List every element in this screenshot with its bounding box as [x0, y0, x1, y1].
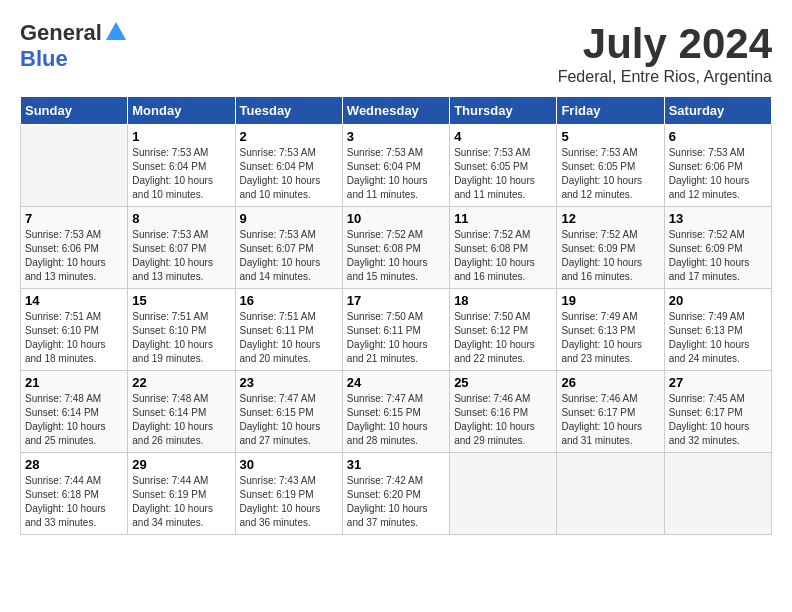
- day-cell: 17Sunrise: 7:50 AM Sunset: 6:11 PM Dayli…: [342, 289, 449, 371]
- day-info: Sunrise: 7:47 AM Sunset: 6:15 PM Dayligh…: [240, 392, 338, 448]
- logo-blue: Blue: [20, 46, 68, 72]
- day-number: 1: [132, 129, 230, 144]
- month-title: July 2024: [558, 20, 772, 68]
- day-number: 12: [561, 211, 659, 226]
- day-number: 31: [347, 457, 445, 472]
- header-cell-tuesday: Tuesday: [235, 97, 342, 125]
- day-cell: 3Sunrise: 7:53 AM Sunset: 6:04 PM Daylig…: [342, 125, 449, 207]
- day-number: 27: [669, 375, 767, 390]
- day-info: Sunrise: 7:46 AM Sunset: 6:16 PM Dayligh…: [454, 392, 552, 448]
- day-info: Sunrise: 7:51 AM Sunset: 6:10 PM Dayligh…: [132, 310, 230, 366]
- day-number: 14: [25, 293, 123, 308]
- day-info: Sunrise: 7:52 AM Sunset: 6:09 PM Dayligh…: [561, 228, 659, 284]
- day-number: 9: [240, 211, 338, 226]
- day-cell: 19Sunrise: 7:49 AM Sunset: 6:13 PM Dayli…: [557, 289, 664, 371]
- day-number: 4: [454, 129, 552, 144]
- location-title: Federal, Entre Rios, Argentina: [558, 68, 772, 86]
- day-cell: 20Sunrise: 7:49 AM Sunset: 6:13 PM Dayli…: [664, 289, 771, 371]
- day-cell: 25Sunrise: 7:46 AM Sunset: 6:16 PM Dayli…: [450, 371, 557, 453]
- day-cell: 13Sunrise: 7:52 AM Sunset: 6:09 PM Dayli…: [664, 207, 771, 289]
- day-info: Sunrise: 7:53 AM Sunset: 6:06 PM Dayligh…: [25, 228, 123, 284]
- day-number: 25: [454, 375, 552, 390]
- day-cell: 28Sunrise: 7:44 AM Sunset: 6:18 PM Dayli…: [21, 453, 128, 535]
- day-cell: 4Sunrise: 7:53 AM Sunset: 6:05 PM Daylig…: [450, 125, 557, 207]
- day-number: 11: [454, 211, 552, 226]
- day-cell: 30Sunrise: 7:43 AM Sunset: 6:19 PM Dayli…: [235, 453, 342, 535]
- day-cell: 2Sunrise: 7:53 AM Sunset: 6:04 PM Daylig…: [235, 125, 342, 207]
- day-number: 28: [25, 457, 123, 472]
- day-number: 13: [669, 211, 767, 226]
- day-number: 15: [132, 293, 230, 308]
- page-header: General Blue July 2024 Federal, Entre Ri…: [20, 20, 772, 86]
- day-number: 19: [561, 293, 659, 308]
- day-info: Sunrise: 7:52 AM Sunset: 6:08 PM Dayligh…: [454, 228, 552, 284]
- day-cell: 27Sunrise: 7:45 AM Sunset: 6:17 PM Dayli…: [664, 371, 771, 453]
- day-number: 3: [347, 129, 445, 144]
- day-number: 17: [347, 293, 445, 308]
- day-cell: 14Sunrise: 7:51 AM Sunset: 6:10 PM Dayli…: [21, 289, 128, 371]
- day-cell: 6Sunrise: 7:53 AM Sunset: 6:06 PM Daylig…: [664, 125, 771, 207]
- day-number: 22: [132, 375, 230, 390]
- day-info: Sunrise: 7:42 AM Sunset: 6:20 PM Dayligh…: [347, 474, 445, 530]
- day-info: Sunrise: 7:52 AM Sunset: 6:09 PM Dayligh…: [669, 228, 767, 284]
- day-info: Sunrise: 7:49 AM Sunset: 6:13 PM Dayligh…: [561, 310, 659, 366]
- day-cell: 12Sunrise: 7:52 AM Sunset: 6:09 PM Dayli…: [557, 207, 664, 289]
- day-info: Sunrise: 7:53 AM Sunset: 6:04 PM Dayligh…: [347, 146, 445, 202]
- day-number: 2: [240, 129, 338, 144]
- header-cell-friday: Friday: [557, 97, 664, 125]
- day-number: 29: [132, 457, 230, 472]
- day-number: 5: [561, 129, 659, 144]
- day-cell: 9Sunrise: 7:53 AM Sunset: 6:07 PM Daylig…: [235, 207, 342, 289]
- day-info: Sunrise: 7:44 AM Sunset: 6:19 PM Dayligh…: [132, 474, 230, 530]
- day-cell: 8Sunrise: 7:53 AM Sunset: 6:07 PM Daylig…: [128, 207, 235, 289]
- day-number: 10: [347, 211, 445, 226]
- day-info: Sunrise: 7:53 AM Sunset: 6:05 PM Dayligh…: [561, 146, 659, 202]
- logo-general: General: [20, 20, 102, 46]
- day-info: Sunrise: 7:51 AM Sunset: 6:11 PM Dayligh…: [240, 310, 338, 366]
- header-cell-thursday: Thursday: [450, 97, 557, 125]
- week-row-4: 21Sunrise: 7:48 AM Sunset: 6:14 PM Dayli…: [21, 371, 772, 453]
- day-number: 24: [347, 375, 445, 390]
- day-cell: 22Sunrise: 7:48 AM Sunset: 6:14 PM Dayli…: [128, 371, 235, 453]
- day-info: Sunrise: 7:47 AM Sunset: 6:15 PM Dayligh…: [347, 392, 445, 448]
- day-cell: 16Sunrise: 7:51 AM Sunset: 6:11 PM Dayli…: [235, 289, 342, 371]
- day-cell: 29Sunrise: 7:44 AM Sunset: 6:19 PM Dayli…: [128, 453, 235, 535]
- day-cell: 5Sunrise: 7:53 AM Sunset: 6:05 PM Daylig…: [557, 125, 664, 207]
- day-info: Sunrise: 7:45 AM Sunset: 6:17 PM Dayligh…: [669, 392, 767, 448]
- day-info: Sunrise: 7:50 AM Sunset: 6:12 PM Dayligh…: [454, 310, 552, 366]
- day-number: 26: [561, 375, 659, 390]
- day-info: Sunrise: 7:53 AM Sunset: 6:07 PM Dayligh…: [132, 228, 230, 284]
- day-cell: 7Sunrise: 7:53 AM Sunset: 6:06 PM Daylig…: [21, 207, 128, 289]
- day-info: Sunrise: 7:49 AM Sunset: 6:13 PM Dayligh…: [669, 310, 767, 366]
- header-row: SundayMondayTuesdayWednesdayThursdayFrid…: [21, 97, 772, 125]
- day-number: 7: [25, 211, 123, 226]
- day-number: 18: [454, 293, 552, 308]
- day-number: 30: [240, 457, 338, 472]
- day-number: 20: [669, 293, 767, 308]
- day-cell: 31Sunrise: 7:42 AM Sunset: 6:20 PM Dayli…: [342, 453, 449, 535]
- day-number: 21: [25, 375, 123, 390]
- logo: General Blue: [20, 20, 126, 72]
- day-cell: 10Sunrise: 7:52 AM Sunset: 6:08 PM Dayli…: [342, 207, 449, 289]
- day-cell: 18Sunrise: 7:50 AM Sunset: 6:12 PM Dayli…: [450, 289, 557, 371]
- day-cell: 26Sunrise: 7:46 AM Sunset: 6:17 PM Dayli…: [557, 371, 664, 453]
- day-info: Sunrise: 7:53 AM Sunset: 6:07 PM Dayligh…: [240, 228, 338, 284]
- calendar-table: SundayMondayTuesdayWednesdayThursdayFrid…: [20, 96, 772, 535]
- day-info: Sunrise: 7:50 AM Sunset: 6:11 PM Dayligh…: [347, 310, 445, 366]
- week-row-1: 1Sunrise: 7:53 AM Sunset: 6:04 PM Daylig…: [21, 125, 772, 207]
- day-info: Sunrise: 7:53 AM Sunset: 6:06 PM Dayligh…: [669, 146, 767, 202]
- day-info: Sunrise: 7:48 AM Sunset: 6:14 PM Dayligh…: [25, 392, 123, 448]
- day-number: 6: [669, 129, 767, 144]
- header-cell-saturday: Saturday: [664, 97, 771, 125]
- header-cell-sunday: Sunday: [21, 97, 128, 125]
- week-row-5: 28Sunrise: 7:44 AM Sunset: 6:18 PM Dayli…: [21, 453, 772, 535]
- day-cell: 15Sunrise: 7:51 AM Sunset: 6:10 PM Dayli…: [128, 289, 235, 371]
- header-cell-monday: Monday: [128, 97, 235, 125]
- week-row-2: 7Sunrise: 7:53 AM Sunset: 6:06 PM Daylig…: [21, 207, 772, 289]
- logo-icon: [106, 22, 126, 40]
- title-area: July 2024 Federal, Entre Rios, Argentina: [558, 20, 772, 86]
- day-cell: [557, 453, 664, 535]
- day-cell: 24Sunrise: 7:47 AM Sunset: 6:15 PM Dayli…: [342, 371, 449, 453]
- day-info: Sunrise: 7:44 AM Sunset: 6:18 PM Dayligh…: [25, 474, 123, 530]
- day-cell: [664, 453, 771, 535]
